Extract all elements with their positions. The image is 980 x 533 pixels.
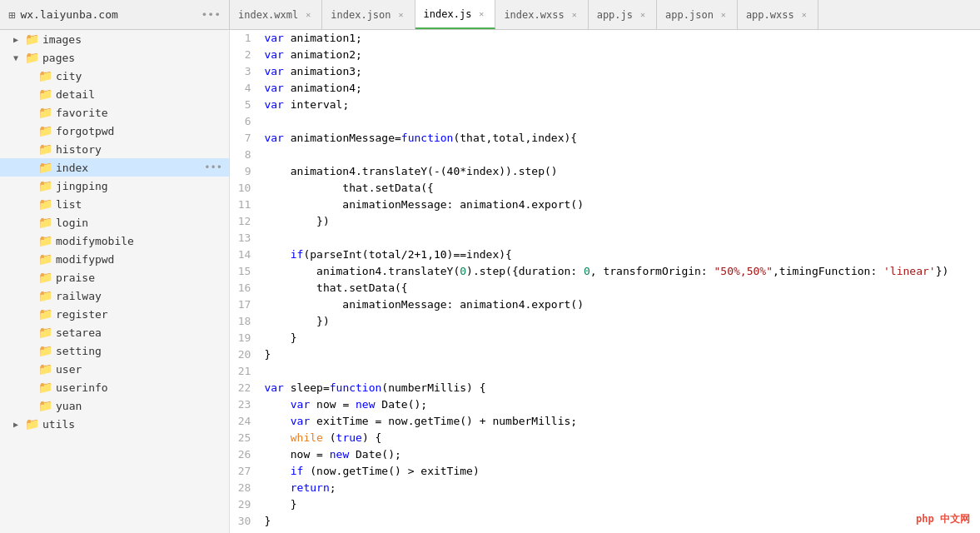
tab-close-icon[interactable]: ✕: [396, 9, 406, 20]
folder-icon: 📁: [38, 216, 52, 229]
tab-close-icon[interactable]: ✕: [570, 9, 580, 20]
sidebar-item-login[interactable]: 📁login: [0, 213, 229, 232]
tab-indexwxss[interactable]: index.wxss✕: [495, 0, 588, 29]
line-content: var animation1;: [261, 30, 980, 47]
line-number: 8: [230, 147, 261, 163]
code-line-13: 13: [230, 230, 980, 247]
project-menu-icon[interactable]: •••: [201, 8, 221, 21]
sidebar-item-images[interactable]: 📁images: [0, 30, 229, 48]
code-line-18: 18 }): [230, 313, 980, 330]
folder-icon: 📁: [38, 326, 52, 339]
line-content: [261, 113, 980, 130]
item-label: modifypwd: [56, 253, 114, 266]
item-label: user: [56, 363, 82, 376]
code-line-23: 23 var now = new Date();: [230, 396, 980, 413]
item-label: setarea: [56, 326, 102, 339]
sidebar-item-index[interactable]: 📁index•••: [0, 158, 229, 177]
line-number: 25: [230, 430, 261, 446]
line-content: animation4.translateY(-(40*index)).step(…: [261, 163, 980, 180]
sidebar-item-setarea[interactable]: 📁setarea: [0, 323, 229, 341]
sidebar-item-modifypwd[interactable]: 📁modifypwd: [0, 250, 229, 268]
sidebar-item-detail[interactable]: 📁detail: [0, 85, 229, 103]
folder-arrow-icon: [13, 420, 25, 429]
line-content: animationMessage: animation4.export(): [261, 296, 980, 313]
code-line-14: 14 if(parseInt(total/2+1,10)==index){: [230, 247, 980, 263]
sidebar-item-userinfo[interactable]: 📁userinfo: [0, 378, 229, 396]
item-label: list: [56, 198, 82, 211]
item-label: pages: [42, 52, 75, 64]
item-label: favorite: [56, 107, 108, 119]
line-number: 11: [230, 197, 261, 213]
item-options-icon[interactable]: •••: [204, 162, 229, 173]
sidebar-item-railway[interactable]: 📁railway: [0, 286, 229, 305]
sidebar-item-utils[interactable]: 📁utils: [0, 415, 229, 433]
sidebar-item-history[interactable]: 📁history: [0, 140, 229, 158]
line-content: if (now.getTime() > exitTime): [261, 463, 980, 480]
folder-arrow-icon: [13, 53, 25, 62]
sidebar-item-jingping[interactable]: 📁jingping: [0, 177, 229, 195]
tab-appjson[interactable]: app.json✕: [657, 0, 738, 29]
line-number: 22: [230, 380, 261, 396]
sidebar-item-city[interactable]: 📁city: [0, 67, 229, 85]
folder-icon: 📁: [38, 161, 52, 174]
tab-appwxss[interactable]: app.wxss✕: [738, 0, 818, 29]
tab-label: index.wxss: [504, 9, 564, 21]
code-line-19: 19 }: [230, 330, 980, 346]
folder-icon: 📁: [25, 32, 39, 46]
item-label: city: [56, 70, 82, 82]
code-line-30: 30 }: [230, 513, 980, 530]
project-name: wx.laiyunba.com: [20, 8, 117, 21]
folder-icon: 📁: [38, 69, 52, 82]
tab-close-icon[interactable]: ✕: [638, 9, 648, 20]
sidebar-item-register[interactable]: 📁register: [0, 305, 229, 323]
code-editor[interactable]: 1 var animation1; 2 var animation2; 3 va…: [230, 30, 980, 533]
line-number: 3: [230, 63, 261, 80]
line-number: 30: [230, 513, 261, 530]
item-label: login: [56, 217, 88, 229]
line-content: var interval;: [261, 97, 980, 113]
sidebar-item-modifymobile[interactable]: 📁modifymobile: [0, 232, 229, 250]
folder-icon: 📁: [38, 234, 52, 247]
line-number: 16: [230, 280, 261, 296]
sidebar-item-favorite[interactable]: 📁favorite: [0, 103, 229, 122]
sidebar-item-user[interactable]: 📁user: [0, 360, 229, 378]
tab-indexjs[interactable]: index.js✕: [415, 0, 496, 29]
code-line-9: 9 animation4.translateY(-(40*index)).ste…: [230, 163, 980, 180]
top-bar: ⊞ wx.laiyunba.com ••• index.wxml✕index.j…: [0, 0, 980, 30]
tab-close-icon[interactable]: ✕: [719, 9, 729, 20]
bottom-logo: php 中文网: [916, 512, 970, 526]
code-line-2: 2 var animation2;: [230, 47, 980, 63]
code-line-8: 8: [230, 147, 980, 163]
code-line-16: 16 that.setData({: [230, 280, 980, 296]
code-line-15: 15 animation4.translateY(0).step({durati…: [230, 263, 980, 280]
tab-appjs[interactable]: app.js✕: [589, 0, 657, 29]
tab-label: app.js: [597, 9, 633, 21]
tab-indexwxml[interactable]: index.wxml✕: [230, 0, 322, 29]
line-number: 13: [230, 230, 261, 247]
line-number: 31: [230, 530, 261, 533]
tab-close-icon[interactable]: ✕: [799, 9, 809, 20]
tab-indexjson[interactable]: index.json✕: [322, 0, 415, 29]
line-content: if(parseInt(total/2+1,10)==index){: [261, 247, 980, 263]
sidebar-item-list[interactable]: 📁list: [0, 195, 229, 213]
project-title: ⊞ wx.laiyunba.com •••: [0, 0, 230, 29]
code-line-24: 24 var exitTime = now.getTime() + number…: [230, 413, 980, 430]
sidebar-item-pages[interactable]: 📁pages: [0, 48, 229, 67]
sidebar-item-praise[interactable]: 📁praise: [0, 268, 229, 286]
tab-close-icon[interactable]: ✕: [476, 8, 486, 19]
line-content: }): [261, 313, 980, 330]
line-number: 9: [230, 163, 261, 180]
tab-close-icon[interactable]: ✕: [303, 9, 313, 20]
item-label: railway: [56, 290, 102, 302]
folder-icon: 📁: [38, 344, 52, 357]
line-number: 7: [230, 130, 261, 147]
tab-label: index.js: [424, 8, 472, 20]
sidebar-item-yuan[interactable]: 📁yuan: [0, 396, 229, 415]
sidebar-item-setting[interactable]: 📁setting: [0, 341, 229, 360]
line-content: }: [261, 346, 980, 363]
item-label: history: [56, 143, 102, 156]
folder-icon: 📁: [38, 179, 52, 192]
line-number: 19: [230, 330, 261, 346]
code-line-3: 3 var animation3;: [230, 63, 980, 80]
sidebar-item-forgotpwd[interactable]: 📁forgotpwd: [0, 122, 229, 140]
